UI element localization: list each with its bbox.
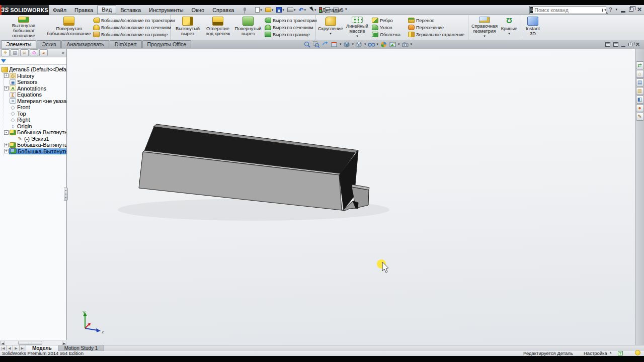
panel-horizontal-scrollbar[interactable]: ◀ ▶ [0, 340, 67, 345]
save-button[interactable]: ▾ [275, 7, 285, 13]
tree-item-history[interactable]: + ◷ History [4, 73, 66, 79]
expand-icon[interactable]: + [4, 149, 9, 153]
hide-show-dropdown-icon[interactable]: ▾ [377, 42, 379, 46]
view-palette-icon[interactable]: ◧ [636, 96, 644, 104]
zoom-area-icon[interactable] [312, 41, 320, 48]
swept-boss-button[interactable]: Бобышка/основание по траектории [93, 18, 168, 23]
help-dropdown-icon[interactable]: ▾ [615, 8, 617, 12]
menu-tools[interactable]: Инструменты [145, 6, 188, 15]
featuremanager-tree-tab[interactable]: ⚘ [1, 49, 10, 56]
intersect-button[interactable]: Пересечение [408, 25, 465, 30]
boundary-boss-button[interactable]: Бобышка/основание на границе [93, 32, 168, 37]
instant3d-button[interactable]: Instant 3D [523, 16, 543, 39]
linear-pattern-dropdown-icon[interactable]: ▾ [356, 34, 358, 38]
menu-help[interactable]: Справка [208, 6, 238, 15]
expand-icon[interactable]: + [4, 86, 9, 90]
graphics-viewport[interactable]: Y z [67, 49, 635, 345]
scroll-right-icon[interactable]: ▶ [62, 341, 66, 345]
menu-view[interactable]: Вид [97, 6, 116, 14]
tree-item-annotations[interactable]: + A Annotations [4, 85, 66, 92]
view-settings-dropdown-icon[interactable]: ▾ [411, 42, 413, 46]
tree-root[interactable]: Деталь5 (Default<<Default>_Ph [1, 66, 66, 72]
tab-sketch[interactable]: Эскиз [37, 40, 61, 48]
display-style-dropdown-icon[interactable]: ▾ [364, 42, 366, 46]
doc-restore-icon[interactable] [628, 43, 632, 46]
scroll-left-icon[interactable]: ◀ [1, 341, 5, 345]
linear-pattern-button[interactable]: Линейный массив ▾ [344, 16, 371, 39]
tree-item-equations[interactable]: Σ Equations [4, 92, 66, 98]
doc-close-icon[interactable]: ✕ [635, 41, 640, 47]
lofted-cut-button[interactable]: Вырез по сечениям [265, 25, 313, 30]
apply-scene-dropdown-icon[interactable]: ▾ [398, 42, 400, 46]
search-magnifier-icon[interactable] [602, 9, 603, 12]
open-button[interactable]: ▾ [264, 7, 275, 13]
tab-office-products[interactable]: Продукты Office [142, 40, 192, 48]
expand-icon[interactable]: + [4, 73, 9, 78]
design-library-icon[interactable]: ⌂ [636, 70, 644, 78]
expand-icon[interactable]: + [4, 143, 9, 147]
curves-button[interactable]: Ʊ Кривые ▾ [499, 16, 519, 39]
command-search[interactable]: S ▾ [529, 6, 606, 14]
menu-insert[interactable]: Вставка [116, 6, 145, 15]
tree-item-right-plane[interactable]: ◇ Right [4, 117, 66, 123]
apply-scene-icon[interactable] [389, 41, 396, 48]
tab-dimxpert[interactable]: DimXpert [110, 40, 142, 48]
help-button[interactable]: ? [609, 6, 612, 13]
tree-item-sensors[interactable]: ◉ Sensors [4, 79, 66, 85]
revolved-cut-button[interactable]: Повернутый вырез [232, 16, 264, 39]
tree-item-top-plane[interactable]: ◇ Top [4, 111, 66, 117]
tab-evaluate[interactable]: Анализировать [61, 40, 109, 48]
panel-overflow-chevron-icon[interactable]: » [62, 50, 65, 55]
swept-cut-button[interactable]: Вырез по траектории [265, 18, 313, 23]
menu-edit[interactable]: Правка [70, 6, 97, 15]
restore-button[interactable] [629, 8, 633, 12]
reference-geometry-dropdown-icon[interactable]: ▾ [484, 34, 486, 38]
appearances-icon[interactable]: ● [636, 104, 644, 112]
edit-appearance-icon[interactable] [380, 41, 387, 48]
curves-dropdown-icon[interactable]: ▾ [508, 32, 510, 36]
shell-button[interactable]: Оболочка [372, 32, 406, 37]
tree-item-origin[interactable]: ↕ Origin [4, 123, 66, 129]
view-orientation-dropdown-icon[interactable]: ▾ [352, 42, 354, 46]
new-document-button[interactable]: ▾ [254, 7, 263, 13]
previous-view-icon[interactable] [321, 41, 329, 48]
extruded-boss-button[interactable]: Вытянутая бобышка/основание [2, 16, 46, 39]
dimxpertmanager-tab[interactable]: ⊕ [30, 49, 38, 56]
viewport-pane2-icon[interactable] [613, 42, 618, 47]
filter-funnel-icon[interactable] [1, 59, 6, 63]
rib-button[interactable]: Ребро [372, 18, 406, 23]
propertymanager-tab[interactable]: ▤ [11, 49, 19, 56]
reference-geometry-button[interactable]: Справочная геометрия ▾ [470, 16, 499, 39]
fillet-dropdown-icon[interactable]: ▾ [330, 32, 332, 36]
zoom-fit-icon[interactable] [303, 41, 311, 48]
panel-splitter-handle[interactable] [64, 188, 68, 201]
close-button[interactable]: ✕ [637, 6, 642, 13]
pin-menu-icon[interactable] [241, 7, 248, 14]
configurationmanager-tab[interactable]: ⌸ [20, 49, 29, 56]
open-folder-icon[interactable]: ▥ [636, 87, 644, 95]
tree-item-material[interactable]: ≡ Материал <не указан> [4, 98, 66, 104]
section-view-icon[interactable] [331, 41, 338, 48]
menu-file[interactable]: Файл [49, 6, 70, 15]
quick-tips-icon[interactable]: ? [618, 351, 623, 355]
displaymanager-tab[interactable]: ◕ [39, 49, 48, 56]
extruded-cut-button[interactable]: Вытянутый вырез [172, 16, 203, 39]
boundary-cut-button[interactable]: Вырез по границе [265, 32, 313, 37]
viewport-pane-icon[interactable] [605, 42, 610, 47]
tree-item-boss-extrude2[interactable]: + Бобышка-Вытянуть2 [4, 142, 66, 148]
solidworks-resources-icon[interactable]: ⇄ [636, 61, 644, 69]
menu-window[interactable]: Окно [188, 6, 209, 15]
custom-properties-icon[interactable]: ✎ [636, 113, 644, 121]
move-button[interactable]: Перенос [408, 18, 465, 23]
tree-filter-input[interactable] [8, 58, 74, 64]
configuration-label[interactable]: Настройка [584, 350, 607, 356]
view-orientation-icon[interactable] [343, 41, 351, 48]
mirror-button[interactable]: Зеркальное отражение [408, 32, 465, 37]
doc-minimize-icon[interactable] [621, 46, 625, 47]
hole-wizard-button[interactable]: Отверстие под крепеж [203, 16, 232, 39]
scrollbar-thumb[interactable] [18, 341, 42, 345]
tab-features[interactable]: Элементы [1, 40, 36, 48]
view-settings-icon[interactable] [401, 41, 409, 48]
tree-item-sketch1[interactable]: ✎ (-) Эскиз1 [4, 136, 66, 142]
draft-button[interactable]: Уклон [372, 25, 406, 30]
